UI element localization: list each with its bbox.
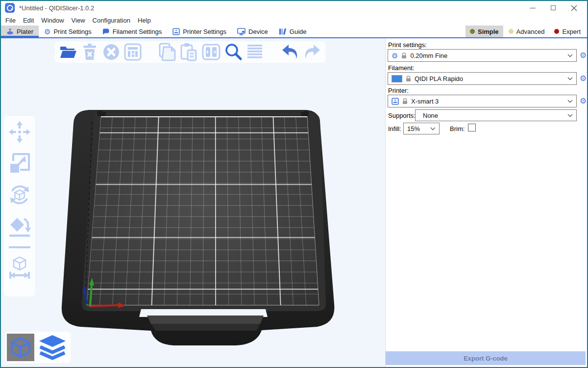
open-folder-icon [59, 45, 77, 59]
title-bar: *Untitled - QIDISlicer-1.0.2 [1, 1, 587, 15]
menu-configuration[interactable]: Configuration [93, 17, 130, 24]
gear-icon: ⚙ [392, 52, 398, 59]
measure-tool-button[interactable] [8, 257, 31, 280]
infill-label: Infill: [388, 125, 401, 132]
chevron-down-icon [567, 100, 573, 103]
trash-icon [82, 44, 97, 60]
simple-dot-icon [470, 29, 475, 34]
split-icon [202, 44, 220, 60]
layers-button[interactable] [246, 43, 264, 61]
view-switch [5, 332, 71, 363]
printer-icon [392, 98, 399, 105]
delete-all-button[interactable] [102, 43, 120, 61]
mode-simple[interactable]: Simple [466, 26, 503, 37]
app-window: *Untitled - QIDISlicer-1.0.2 File Edit W… [0, 0, 588, 368]
mode-expert[interactable]: Expert [550, 26, 585, 37]
arrange-button[interactable] [123, 43, 142, 61]
search-button[interactable] [224, 43, 243, 61]
maximize-icon [551, 5, 556, 10]
tab-filament-settings[interactable]: Filament Settings [97, 26, 167, 37]
chevron-down-icon [430, 127, 436, 131]
tab-printer-settings[interactable]: Printer Settings [167, 26, 232, 37]
rotate-icon [8, 183, 31, 207]
supports-dropdown[interactable]: None [415, 109, 577, 121]
undo-button[interactable] [281, 43, 299, 61]
plater-icon [6, 28, 14, 35]
arrange-icon [124, 43, 142, 61]
copy-button[interactable] [159, 43, 177, 61]
chevron-down-icon [567, 77, 573, 80]
menu-edit[interactable]: Edit [23, 17, 34, 24]
open-button[interactable] [59, 43, 77, 61]
filament-color-swatch [392, 75, 402, 82]
printer-gear-button[interactable]: ⚙ [579, 97, 588, 105]
layers-list-icon [246, 44, 263, 60]
menu-view[interactable]: View [72, 17, 85, 24]
move-icon [8, 121, 31, 143]
tab-label: Device [248, 28, 268, 35]
print-settings-dropdown[interactable]: ⚙ 0.20mm Fine [388, 49, 577, 62]
delete-all-icon [103, 44, 120, 60]
split-button[interactable] [202, 43, 220, 61]
mode-label: Expert [562, 28, 581, 35]
mode-label: Simple [478, 28, 499, 35]
redo-icon [303, 44, 321, 60]
object-tools [4, 116, 35, 296]
menu-file[interactable]: File [5, 17, 16, 24]
advanced-dot-icon [509, 29, 514, 34]
scale-tool-button[interactable] [8, 152, 31, 175]
redo-button[interactable] [303, 43, 321, 61]
print-settings-value: 0.20mm Fine [410, 52, 447, 59]
paste-button[interactable] [180, 43, 198, 61]
mode-advanced[interactable]: Advanced [504, 26, 549, 37]
filament-icon [102, 28, 110, 35]
filament-dropdown[interactable]: QIDI PLA Rapido [388, 72, 577, 85]
brim-checkbox[interactable] [468, 124, 476, 131]
filament-label: Filament: [388, 64, 414, 72]
3d-editor-cube-icon [9, 336, 32, 359]
rotate-tool-button[interactable] [8, 184, 31, 206]
export-gcode-button[interactable]: Export G-code [386, 351, 586, 365]
tab-bar: Plater ⚙ Print Settings Filament Setting… [1, 26, 587, 38]
measure-icon [8, 256, 31, 281]
menu-help[interactable]: Help [138, 17, 151, 24]
chevron-down-icon [567, 54, 573, 57]
gear-icon: ⚙ [44, 28, 50, 35]
infill-dropdown[interactable]: 15% [403, 123, 440, 134]
paste-icon [180, 43, 198, 61]
tab-plater[interactable]: Plater [1, 26, 39, 37]
maximize-button[interactable] [550, 4, 557, 11]
print-settings-gear-button[interactable]: ⚙ [579, 51, 588, 60]
delete-button[interactable] [80, 43, 98, 61]
lock-icon [402, 98, 408, 105]
preview-button[interactable] [37, 334, 68, 361]
printer-value: X-smart 3 [411, 98, 439, 105]
move-tool-button[interactable] [8, 121, 31, 143]
print-bed [1, 38, 385, 367]
supports-value: None [419, 112, 438, 119]
place-on-face-icon [8, 215, 31, 237]
3d-viewport[interactable] [1, 38, 385, 367]
tab-device[interactable]: Device [232, 26, 273, 37]
plater-toolbar [55, 41, 325, 63]
printer-dropdown[interactable]: X-smart 3 [388, 95, 577, 107]
menu-window[interactable]: Window [41, 17, 64, 24]
infill-value: 15% [407, 125, 420, 132]
undo-icon [281, 44, 299, 60]
app-logo-icon [5, 3, 15, 13]
lock-icon [406, 76, 411, 82]
expert-dot-icon [554, 29, 559, 34]
search-icon [224, 43, 243, 61]
device-icon [237, 28, 245, 35]
tab-label: Plater [17, 28, 33, 35]
filament-gear-button[interactable]: ⚙ [579, 74, 588, 83]
3d-editor-view-button[interactable] [7, 334, 34, 361]
tab-print-settings[interactable]: ⚙ Print Settings [39, 26, 97, 37]
place-on-face-tool-button[interactable] [8, 215, 31, 237]
tab-guide[interactable]: Guide [273, 26, 312, 37]
tab-label: Printer Settings [183, 28, 226, 35]
close-button[interactable] [570, 4, 577, 11]
minimize-icon [530, 8, 536, 8]
minimize-button[interactable] [529, 4, 536, 11]
tab-label: Filament Settings [113, 28, 162, 35]
